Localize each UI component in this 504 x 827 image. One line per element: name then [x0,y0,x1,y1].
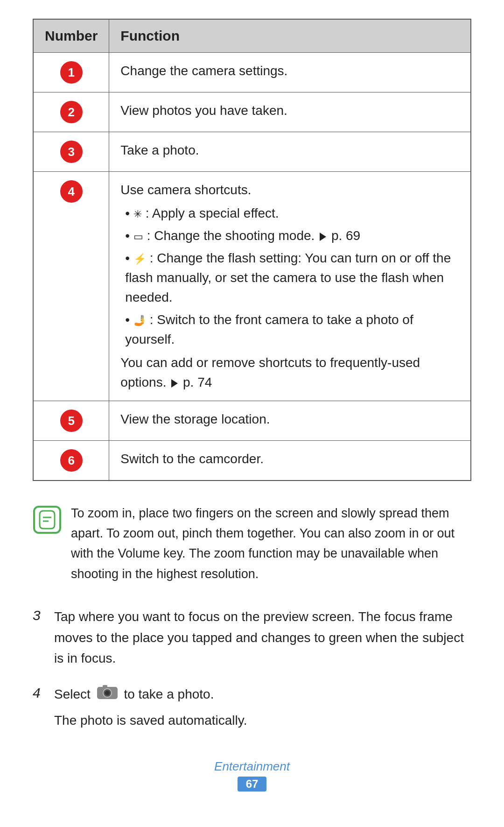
badge-5: 5 [60,410,83,432]
footer-label: Entertainment [33,759,471,774]
step-3-block: 3 Tap where you want to focus on the pre… [33,607,471,669]
row-number-4: 4 [33,172,109,401]
row-number-2: 2 [33,92,109,132]
table-row: 2 View photos you have taken. [33,92,471,132]
square-icon: ▭ [133,229,143,244]
step-4-number: 4 [33,685,49,701]
table-row: 3 Take a photo. [33,132,471,172]
row-function-1: Change the camera settings. [109,53,471,92]
badge-6: 6 [60,449,83,472]
selfie-icon: 🤳 [133,313,146,328]
table-row: 1 Change the camera settings. [33,53,471,92]
arrow-icon [320,233,326,241]
shortcuts-intro: Use camera shortcuts. [120,180,459,200]
svg-rect-6 [103,685,107,688]
col-header-number: Number [33,19,109,53]
shortcuts-list: ✳ : Apply a special effect. ▭ : Change t… [120,204,459,349]
step-3-text: Tap where you want to focus on the previ… [54,607,471,669]
flash-icon: ⚡ [133,251,146,267]
table-row: 4 Use camera shortcuts. ✳ : Apply a spec… [33,172,471,401]
row-number-3: 3 [33,132,109,172]
note-box: To zoom in, place two fingers on the scr… [33,503,471,584]
row-number-5: 5 [33,401,109,441]
table-row: 5 View the storage location. [33,401,471,441]
badge-2: 2 [60,101,83,123]
row-function-4: Use camera shortcuts. ✳ : Apply a specia… [109,172,471,401]
step-4-line: 4 Select to take a photo. [33,684,471,707]
sparkle-icon: ✳ [133,206,142,222]
shortcuts-footer: You can add or remove shortcuts to frequ… [120,353,459,392]
shortcut-flash: ⚡ : Change the flash setting: You can tu… [120,248,459,307]
row-function-6: Switch to the camcorder. [109,441,471,481]
note-text: To zoom in, place two fingers on the scr… [71,503,471,584]
badge-4: 4 [60,180,83,203]
footer-page: 67 [238,777,267,792]
badge-3: 3 [60,141,83,163]
step-4-text: Select to take a photo. [54,684,214,707]
shortcut-effect: ✳ : Apply a special effect. [120,204,459,223]
camera-icon [96,684,119,700]
table-row: 6 Switch to the camcorder. [33,441,471,481]
step-3-number: 3 [33,608,49,623]
shortcut-selfie: 🤳 : Switch to the front camera to take a… [120,310,459,349]
shortcut-shooting-mode: ▭ : Change the shooting mode. p. 69 [120,226,459,246]
reference-table: Number Function 1 Change the camera sett… [33,19,471,481]
row-number-6: 6 [33,441,109,481]
svg-point-5 [105,691,110,695]
row-function-3: Take a photo. [109,132,471,172]
row-function-5: View the storage location. [109,401,471,441]
badge-1: 1 [60,61,83,84]
row-function-2: View photos you have taken. [109,92,471,132]
note-icon [33,505,62,534]
col-header-function: Function [109,19,471,53]
row-number-1: 1 [33,53,109,92]
arrow-icon-2 [171,379,178,388]
step-3-line: 3 Tap where you want to focus on the pre… [33,607,471,669]
step-4-block: 4 Select to take a photo. The photo is s… [33,684,471,731]
footer: Entertainment 67 [33,759,471,792]
step-4-sub: The photo is saved automatically. [54,710,471,731]
